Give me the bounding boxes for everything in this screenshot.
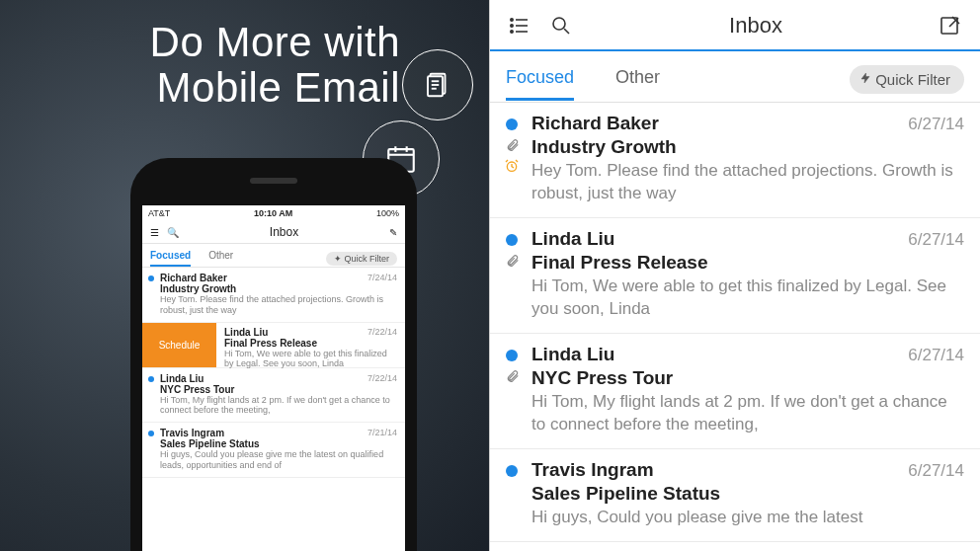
phone-tabs: Focused Other ✦ Quick Filter (142, 244, 405, 268)
message-preview: Hi Tom, We were able to get this finaliz… (531, 276, 964, 321)
phone-message-row[interactable]: 7/24/14 Richard Baker Industry Growth He… (142, 268, 405, 323)
message-subject: Industry Growth (531, 136, 964, 158)
message-row[interactable]: Linda Liu6/27/14NYC Press TourHi Tom, My… (490, 334, 980, 449)
unread-dot (506, 234, 518, 246)
email-app: Inbox Focused Other Quick Filter Richard… (489, 0, 980, 551)
promo-title-line1: Do More with (150, 20, 400, 65)
svg-rect-1 (428, 76, 443, 96)
tab-other[interactable]: Other (615, 67, 660, 101)
message-row[interactable]: Linda Liu6/27/14Final Press ReleaseHi To… (490, 218, 980, 334)
message-subject: Sales Pipeline Status (160, 438, 397, 449)
message-subject: Sales Pipeline Status (531, 483, 964, 505)
app-tabs: Focused Other Quick Filter (490, 51, 980, 103)
phone-message-row[interactable]: 7/22/14 Linda Liu NYC Press Tour Hi Tom,… (142, 368, 405, 424)
phone-header: ☰ 🔍 Inbox ✎ (142, 221, 405, 244)
message-sender: Linda Liu (531, 228, 614, 250)
message-row[interactable]: Travis Ingram6/27/14Sales Pipeline Statu… (490, 449, 980, 542)
schedule-action[interactable]: Schedule (142, 323, 216, 367)
phone-status-bar: AT&T 10:10 AM 100% (142, 205, 405, 221)
unread-dot (506, 465, 518, 477)
message-date: 6/27/14 (908, 346, 964, 365)
svg-point-15 (511, 19, 513, 21)
message-date: 6/27/14 (908, 461, 964, 481)
message-date: 7/22/14 (368, 327, 397, 337)
message-preview: Hi guys, Could you please give me the la… (531, 507, 964, 529)
svg-marker-26 (861, 73, 869, 83)
message-row[interactable]: Richard Baker6/27/14Industry GrowthHey T… (490, 103, 980, 218)
tab-focused[interactable]: Focused (506, 67, 574, 101)
unread-dot (148, 376, 154, 382)
search-icon[interactable]: 🔍 (167, 227, 179, 238)
message-sender: Richard Baker (531, 113, 659, 134)
quick-filter-button[interactable]: Quick Filter (850, 65, 964, 94)
lightning-icon (859, 71, 871, 88)
search-icon[interactable] (547, 12, 575, 39)
tab-focused[interactable]: Focused (150, 250, 191, 267)
message-preview: Hi Tom, My flight lands at 2 pm. If we d… (160, 395, 397, 417)
attachment-icon (506, 369, 520, 386)
status-battery: 100% (376, 208, 399, 218)
attachment-icon (506, 254, 520, 271)
message-subject: NYC Press Tour (531, 367, 964, 389)
documents-icon (402, 49, 473, 120)
attachment-icon (506, 138, 520, 155)
message-sender: Travis Ingram (160, 428, 397, 438)
app-title: Inbox (575, 13, 937, 39)
phone-message-row[interactable]: 7/21/14 Travis Ingram Sales Pipeline Sta… (142, 423, 405, 478)
message-preview: Hi Tom, My flight lands at 2 pm. If we d… (531, 391, 964, 436)
message-date: 7/24/14 (368, 273, 397, 282)
unread-dot (148, 276, 154, 281)
message-subject: Final Press Release (224, 338, 397, 349)
unread-dot (506, 350, 518, 361)
svg-point-21 (553, 18, 565, 30)
quick-filter-label: Quick Filter (875, 71, 950, 88)
tab-other[interactable]: Other (208, 250, 233, 267)
quick-filter-button[interactable]: ✦ Quick Filter (326, 252, 397, 266)
phone-screen: AT&T 10:10 AM 100% ☰ 🔍 Inbox ✎ Focused O… (142, 205, 405, 551)
unread-dot (506, 118, 518, 130)
message-date: 7/21/14 (368, 428, 397, 437)
promo-panel: Do More with Mobile Email AT&T 10:10 AM … (0, 0, 489, 551)
promo-title: Do More with Mobile Email (150, 20, 400, 111)
message-preview: Hi Tom, We were able to get this finaliz… (224, 349, 397, 370)
phone-message-row-swiped[interactable]: Schedule 7/22/14 Linda Liu Final Press R… (142, 323, 405, 368)
compose-icon[interactable]: ✎ (389, 227, 397, 238)
message-preview: Hey Tom. Please find the attached projec… (160, 294, 397, 316)
phone-title: Inbox (179, 225, 389, 239)
promo-title-line2: Mobile Email (150, 65, 400, 111)
menu-icon[interactable] (506, 12, 533, 39)
phone-mockup: AT&T 10:10 AM 100% ☰ 🔍 Inbox ✎ Focused O… (130, 158, 417, 551)
svg-point-17 (511, 25, 513, 27)
schedule-icon (504, 158, 520, 178)
message-subject: NYC Press Tour (160, 384, 397, 395)
message-date: 7/22/14 (368, 373, 397, 383)
message-preview: Hey Tom. Please find the attached projec… (531, 160, 964, 205)
svg-line-22 (564, 29, 569, 34)
message-list: Richard Baker6/27/14Industry GrowthHey T… (490, 103, 980, 542)
message-preview: Hi guys, Could you please give me the la… (160, 449, 397, 471)
message-date: 6/27/14 (908, 230, 964, 250)
status-time: 10:10 AM (254, 208, 292, 218)
unread-dot (148, 431, 154, 436)
message-sender: Linda Liu (531, 344, 614, 365)
message-sender: Linda Liu (160, 373, 397, 384)
status-carrier: AT&T (148, 208, 170, 218)
svg-point-19 (511, 31, 513, 33)
message-subject: Final Press Release (531, 252, 964, 274)
app-header: Inbox (490, 0, 980, 49)
message-subject: Industry Growth (160, 283, 397, 294)
menu-icon[interactable]: ☰ (150, 227, 159, 238)
compose-icon[interactable] (937, 12, 964, 39)
message-sender: Travis Ingram (531, 459, 654, 481)
message-date: 6/27/14 (908, 115, 964, 134)
message-sender: Richard Baker (160, 273, 397, 283)
